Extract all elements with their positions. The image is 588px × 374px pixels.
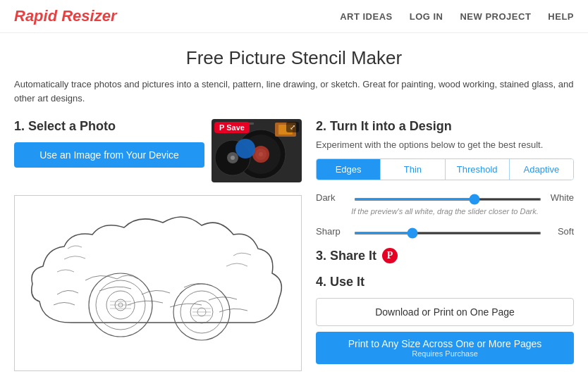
tab-thin[interactable]: Thin xyxy=(381,159,445,180)
nav-log-in[interactable]: LOG IN xyxy=(410,11,443,22)
main-content: Free Picture Stencil Maker Automatically… xyxy=(0,33,588,374)
right-column: 2. Turn It into a Design Experiment with… xyxy=(316,119,574,364)
nav-new-project[interactable]: NEW PROJECT xyxy=(460,11,531,22)
svg-point-9 xyxy=(235,139,255,158)
pinterest-share-button[interactable]: P xyxy=(382,248,398,263)
white-label: White xyxy=(549,192,574,203)
share-title: 3. Share It xyxy=(316,249,376,263)
experiment-text: Experiment with the options below to get… xyxy=(316,139,574,150)
logo: Rapid Resizer xyxy=(14,7,117,25)
design-tabs: Edges Thin Threshold Adaptive xyxy=(316,158,574,180)
tab-threshold[interactable]: Threshold xyxy=(446,159,510,180)
stencil-canvas xyxy=(15,196,302,371)
stencil-preview xyxy=(14,195,302,371)
turn-into-design-title: 2. Turn It into a Design xyxy=(316,119,574,134)
sharp-label: Sharp xyxy=(316,226,347,237)
share-section: 3. Share It P xyxy=(316,248,574,263)
nav-art-ideas[interactable]: ART IDEAS xyxy=(340,11,393,22)
page-title: Free Picture Stencil Maker xyxy=(14,47,574,69)
nav: ART IDEAS LOG IN NEW PROJECT HELP xyxy=(340,11,574,22)
dark-slider-hint: If the preview's all white, drag the sli… xyxy=(316,207,574,216)
dark-white-slider[interactable] xyxy=(354,198,541,201)
upload-image-button[interactable]: Use an Image from Your Device xyxy=(14,142,204,168)
svg-rect-14 xyxy=(15,196,302,371)
print-size-button[interactable]: Print to Any Size Across One or More Pag… xyxy=(316,332,574,364)
sharp-soft-slider-container xyxy=(354,225,541,237)
select-photo-title: 1. Select a Photo xyxy=(14,119,204,134)
header: Rapid Resizer ART IDEAS LOG IN NEW PROJE… xyxy=(0,0,588,33)
dark-label: Dark xyxy=(316,192,347,203)
svg-point-8 xyxy=(231,156,235,160)
tab-edges[interactable]: Edges xyxy=(317,159,381,180)
soft-label: Soft xyxy=(549,226,574,237)
left-column: 1. Select a Photo Use an Image from Your… xyxy=(14,119,302,371)
photo-preview: P Save ⤢ xyxy=(212,119,302,182)
download-print-button[interactable]: Download or Print on One Page xyxy=(316,298,574,326)
use-it-title: 4. Use It xyxy=(316,275,574,289)
sharp-soft-slider-row: Sharp Soft xyxy=(316,225,574,237)
expand-preview-button[interactable]: ⤢ xyxy=(286,122,299,132)
dark-white-slider-row: Dark White xyxy=(316,192,574,203)
requires-purchase-label: Requires Purchase xyxy=(322,349,568,358)
tab-adaptive[interactable]: Adaptive xyxy=(510,159,573,180)
two-column-layout: 1. Select a Photo Use an Image from Your… xyxy=(14,119,574,371)
dark-white-slider-container xyxy=(354,192,541,203)
sharp-soft-slider[interactable] xyxy=(354,232,541,235)
pinterest-save-button[interactable]: P Save xyxy=(214,122,250,133)
subtitle: Automatically trace photos and pictures … xyxy=(14,77,574,105)
print-btn-label: Print to Any Size Across One or More Pag… xyxy=(348,338,542,349)
nav-help[interactable]: HELP xyxy=(548,11,574,22)
